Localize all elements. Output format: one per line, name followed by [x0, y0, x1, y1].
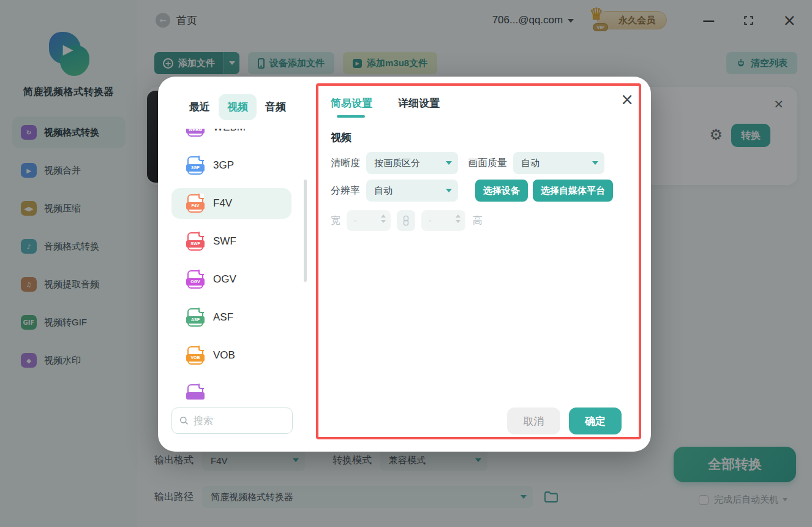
file-format-icon: VOB: [186, 346, 205, 365]
file-format-icon: ASF: [186, 308, 205, 327]
settings-tabs: 简易设置 详细设置: [331, 96, 465, 118]
chain-link-icon: [402, 215, 410, 226]
close-modal-button[interactable]: ×: [620, 91, 634, 107]
format-panel: 最近 视频 音频 WEBM WEBM 3GP 3GP F4V F4V SWF: [158, 77, 316, 452]
chevron-down-icon: [592, 161, 598, 165]
select-device-button[interactable]: 选择设备: [475, 180, 528, 202]
file-format-icon: OGV: [186, 270, 205, 289]
annotation-rectangle: [316, 83, 641, 439]
width-input[interactable]: -: [347, 210, 391, 231]
tab-simple-settings[interactable]: 简易设置: [331, 96, 372, 118]
tab-recent[interactable]: 最近: [181, 94, 219, 120]
height-label: 高: [473, 214, 483, 227]
resolution-select[interactable]: 自动: [366, 180, 458, 202]
file-format-icon: [186, 384, 205, 400]
search-input[interactable]: [194, 415, 273, 427]
format-list-item[interactable]: ASF ASF: [171, 302, 291, 333]
search-icon: [179, 416, 189, 425]
clarity-select[interactable]: 按画质区分: [366, 152, 458, 174]
format-list-item[interactable]: OGV OGV: [171, 264, 291, 295]
format-list: WEBM WEBM 3GP 3GP F4V F4V SWF SWF OGV OG…: [158, 129, 307, 400]
tab-audio[interactable]: 音频: [257, 94, 295, 120]
format-list-item[interactable]: WEBM WEBM: [171, 129, 291, 143]
format-list-scrollbar[interactable]: [304, 180, 307, 282]
quality-label: 画面质量: [468, 157, 507, 170]
quality-select[interactable]: 自动: [513, 152, 604, 174]
format-name: VOB: [213, 349, 235, 362]
link-dimensions-button[interactable]: [397, 210, 415, 231]
format-list-item[interactable]: 3GP 3GP: [171, 150, 291, 181]
format-name: OGV: [213, 273, 236, 286]
width-label: 宽: [331, 214, 340, 227]
format-search: [171, 408, 293, 434]
cancel-button[interactable]: 取消: [507, 408, 560, 434]
format-tabs: 最近 视频 音频: [181, 92, 295, 121]
clarity-label: 清晰度: [331, 157, 360, 170]
height-input[interactable]: -: [421, 210, 465, 231]
format-name: F4V: [213, 197, 232, 210]
select-platform-button[interactable]: 选择自媒体平台: [533, 180, 613, 202]
resolution-label: 分辨率: [331, 184, 360, 197]
stepper-arrows[interactable]: [381, 214, 386, 223]
stepper-arrows[interactable]: [456, 214, 461, 223]
settings-panel: 简易设置 详细设置 × 视频 清晰度 按画质区分 画面质量 自动 分辨率 自动 …: [316, 77, 651, 452]
chevron-down-icon: [446, 161, 452, 165]
file-format-icon: WEBM: [186, 129, 205, 137]
format-list-item[interactable]: VOB VOB: [171, 340, 291, 371]
format-name: ASF: [213, 311, 233, 324]
format-list-item[interactable]: [171, 378, 291, 400]
tab-detailed-settings[interactable]: 详细设置: [398, 96, 440, 118]
video-section-title: 视频: [331, 131, 351, 145]
file-format-icon: 3GP: [186, 156, 205, 175]
file-format-icon: F4V: [186, 194, 205, 213]
confirm-button[interactable]: 确定: [569, 408, 622, 434]
chevron-down-icon: [446, 189, 452, 192]
format-name: SWF: [213, 235, 236, 248]
format-settings-modal: 最近 视频 音频 WEBM WEBM 3GP 3GP F4V F4V SWF: [158, 77, 651, 452]
format-list-item[interactable]: SWF SWF: [171, 226, 291, 257]
file-format-icon: SWF: [186, 232, 205, 251]
tab-video[interactable]: 视频: [219, 94, 257, 120]
format-name: WEBM: [213, 129, 246, 134]
format-list-item[interactable]: F4V F4V: [171, 188, 291, 219]
format-name: 3GP: [213, 159, 234, 172]
